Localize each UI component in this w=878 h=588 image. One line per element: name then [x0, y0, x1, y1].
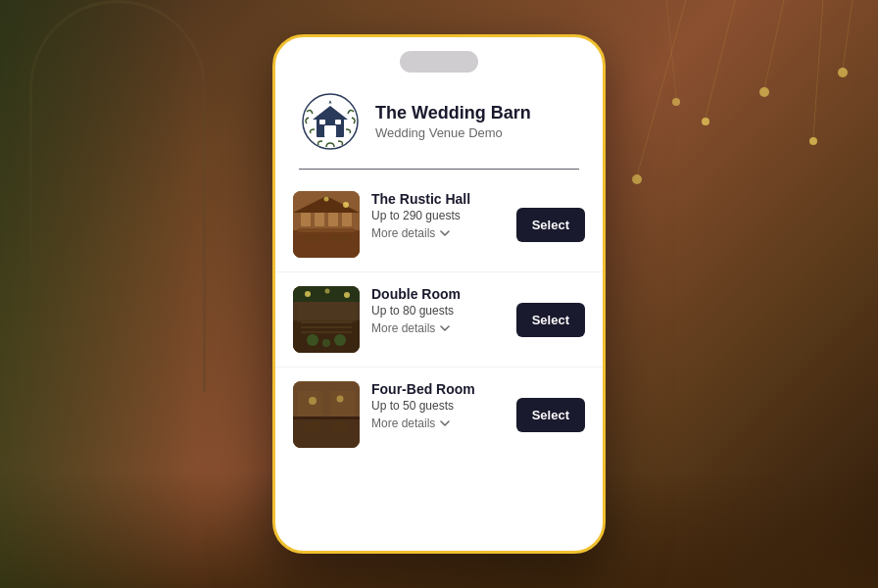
more-details-label-double-room: More details — [371, 321, 435, 335]
svg-rect-30 — [330, 234, 350, 242]
room-item-double-room: Double Room Up to 80 guests More details… — [275, 272, 603, 368]
svg-point-53 — [337, 396, 344, 403]
svg-line-6 — [813, 0, 823, 137]
room-details-double-room: Double Room Up to 80 guests More details — [371, 286, 505, 335]
svg-rect-33 — [297, 301, 356, 322]
svg-rect-47 — [330, 391, 355, 418]
svg-rect-22 — [301, 211, 311, 226]
svg-rect-45 — [293, 416, 360, 448]
phone-card: The Wedding Barn Wedding Venue Demo The … — [272, 34, 606, 554]
room-details-rustic-hall: The Rustic Hall Up to 290 guests More de… — [371, 191, 505, 240]
room-item-rustic-hall: The Rustic Hall Up to 290 guests More de… — [275, 177, 603, 272]
svg-point-9 — [838, 68, 848, 77]
room-capacity-four-bed-room: Up to 50 guests — [371, 399, 505, 413]
room-thumbnail-rustic-hall — [293, 191, 360, 258]
svg-line-2 — [706, 0, 735, 118]
svg-rect-25 — [342, 211, 352, 226]
svg-point-37 — [307, 334, 318, 346]
more-details-label-four-bed-room: More details — [371, 416, 435, 430]
room-details-four-bed-room: Four-Bed Room Up to 50 guests More detai… — [371, 381, 505, 430]
svg-rect-17 — [335, 120, 341, 124]
room-capacity-rustic-hall: Up to 290 guests — [371, 209, 505, 222]
room-capacity-double-room: Up to 80 guests — [371, 304, 505, 318]
svg-point-7 — [809, 137, 817, 145]
svg-point-39 — [322, 339, 330, 347]
svg-rect-32 — [293, 320, 360, 353]
more-details-rustic-hall[interactable]: More details — [371, 226, 505, 240]
svg-point-27 — [343, 202, 349, 208]
more-details-double-room[interactable]: More details — [371, 321, 505, 335]
svg-line-8 — [843, 0, 853, 69]
svg-rect-24 — [328, 211, 338, 226]
venue-name: The Wedding Barn — [375, 103, 531, 124]
rooms-list: The Rustic Hall Up to 290 guests More de… — [275, 170, 603, 551]
svg-point-43 — [344, 292, 350, 298]
svg-point-1 — [632, 174, 642, 184]
bg-green-left — [0, 0, 196, 588]
room-name-double-room: Double Room — [371, 286, 505, 302]
svg-point-3 — [702, 118, 709, 125]
svg-rect-23 — [315, 211, 324, 226]
svg-rect-50 — [332, 422, 348, 432]
svg-rect-48 — [293, 416, 360, 419]
svg-point-52 — [309, 397, 317, 405]
svg-rect-49 — [305, 422, 320, 432]
select-button-rustic-hall[interactable]: Select — [516, 208, 585, 242]
header-divider — [299, 169, 579, 170]
svg-point-5 — [759, 87, 769, 97]
svg-point-38 — [334, 334, 346, 346]
svg-rect-21 — [298, 228, 355, 232]
svg-marker-18 — [329, 100, 332, 104]
svg-line-0 — [637, 0, 686, 176]
chevron-down-icon-rustic-hall — [439, 227, 451, 239]
venue-logo — [299, 90, 362, 153]
room-thumbnail-four-bed-room — [293, 381, 360, 448]
room-item-four-bed-room: Four-Bed Room Up to 50 guests More detai… — [275, 368, 603, 462]
svg-point-28 — [324, 197, 329, 202]
svg-point-41 — [305, 291, 311, 297]
svg-rect-46 — [298, 391, 322, 418]
select-button-four-bed-room[interactable]: Select — [516, 398, 585, 432]
svg-rect-16 — [319, 120, 325, 124]
svg-line-10 — [666, 0, 676, 98]
more-details-label-rustic-hall: More details — [371, 226, 435, 240]
notch-bar — [400, 51, 478, 73]
venue-info: The Wedding Barn Wedding Venue Demo — [375, 103, 531, 141]
svg-point-42 — [325, 289, 330, 294]
chevron-down-icon-double-room — [439, 322, 451, 334]
select-button-double-room[interactable]: Select — [516, 303, 585, 337]
svg-marker-14 — [313, 106, 348, 120]
card-header: The Wedding Barn Wedding Venue Demo — [275, 80, 603, 169]
room-thumbnail-double-room — [293, 286, 360, 353]
room-name-four-bed-room: Four-Bed Room — [371, 381, 505, 397]
svg-line-4 — [764, 0, 784, 88]
more-details-four-bed-room[interactable]: More details — [371, 416, 505, 430]
venue-subtitle: Wedding Venue Demo — [375, 125, 531, 140]
svg-rect-15 — [324, 125, 336, 137]
phone-notch — [275, 37, 603, 80]
room-name-rustic-hall: The Rustic Hall — [371, 191, 505, 207]
chevron-down-icon-four-bed-room — [439, 417, 451, 429]
svg-rect-20 — [293, 230, 360, 258]
svg-point-11 — [672, 98, 680, 106]
svg-rect-29 — [303, 234, 322, 242]
